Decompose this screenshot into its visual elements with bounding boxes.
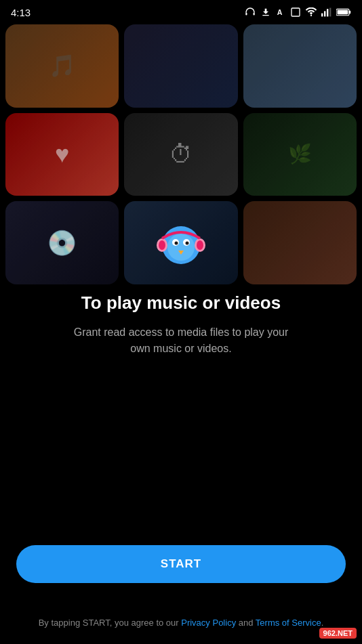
wifi-icon bbox=[305, 7, 317, 17]
main-title: To play music or videos bbox=[81, 293, 281, 314]
headset-icon bbox=[244, 6, 256, 18]
svg-rect-4 bbox=[321, 14, 323, 17]
svg-rect-1 bbox=[254, 13, 255, 16]
start-button[interactable]: START bbox=[16, 545, 346, 583]
mosaic-tile-4 bbox=[5, 113, 119, 196]
app-logo bbox=[151, 217, 211, 276]
mosaic-tile-3 bbox=[243, 24, 357, 108]
a-icon: A bbox=[275, 7, 286, 18]
svg-point-15 bbox=[175, 242, 178, 245]
footer-prefix: By tapping START, you agree to our bbox=[39, 618, 182, 628]
svg-point-16 bbox=[186, 242, 189, 245]
mosaic-tile-2 bbox=[124, 24, 237, 108]
svg-rect-5 bbox=[324, 11, 325, 16]
signal-icon bbox=[321, 7, 332, 18]
status-bar: 4:13 A bbox=[0, 0, 362, 24]
status-time: 4:13 bbox=[11, 7, 31, 18]
download-icon bbox=[260, 7, 271, 18]
svg-rect-10 bbox=[349, 11, 350, 14]
screen-icon bbox=[290, 7, 301, 18]
main-content: To play music or videos Grant read acces… bbox=[0, 217, 362, 357]
privacy-policy-link[interactable]: Privacy Policy bbox=[181, 618, 236, 628]
mosaic-tile-1: 🎵 bbox=[5, 24, 119, 108]
terms-of-service-link[interactable]: Terms of Service bbox=[256, 618, 321, 628]
svg-text:A: A bbox=[277, 8, 283, 16]
svg-rect-9 bbox=[338, 10, 348, 14]
footer-suffix: . bbox=[321, 618, 324, 628]
svg-rect-6 bbox=[327, 9, 328, 16]
status-icons: A bbox=[244, 6, 351, 18]
mosaic-tile-6: 🌿 bbox=[243, 113, 357, 196]
mosaic-tile-5 bbox=[124, 113, 237, 196]
svg-rect-0 bbox=[245, 13, 247, 16]
svg-point-20 bbox=[197, 240, 203, 250]
svg-point-18 bbox=[159, 240, 165, 250]
svg-rect-7 bbox=[329, 8, 331, 17]
footer-connector: and bbox=[236, 618, 256, 628]
battery-icon bbox=[336, 8, 351, 16]
main-subtitle: Grant read access to media files to play… bbox=[66, 324, 296, 357]
footer-text: By tapping START, you agree to our Priva… bbox=[0, 616, 362, 630]
watermark: 962.NET bbox=[319, 628, 357, 639]
svg-point-12 bbox=[167, 234, 195, 261]
svg-rect-3 bbox=[291, 8, 300, 16]
